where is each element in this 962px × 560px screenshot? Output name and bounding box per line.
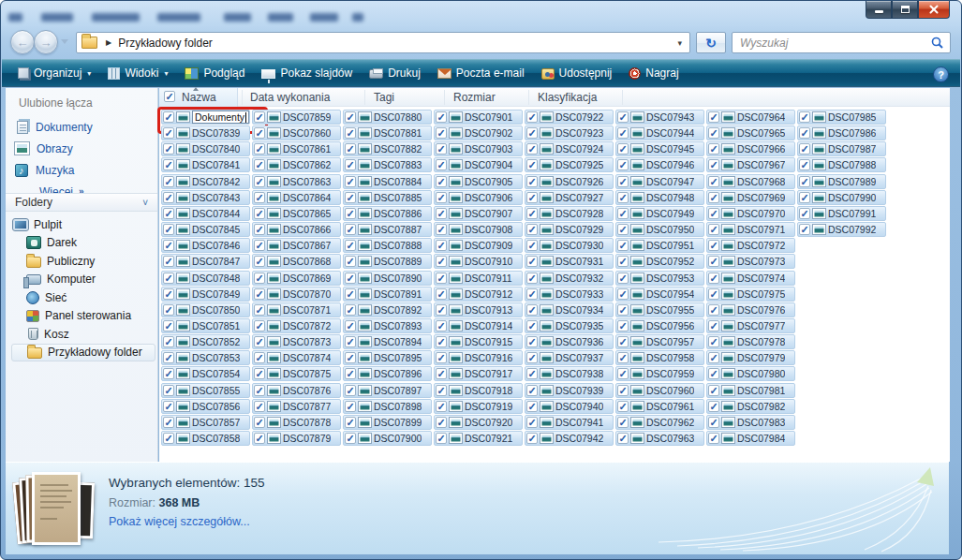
- column-header-tagi[interactable]: Tagi: [374, 91, 394, 104]
- item-checkbox[interactable]: ✓: [163, 288, 174, 300]
- item-checkbox[interactable]: ✓: [617, 273, 629, 284]
- item-checkbox[interactable]: ✓: [345, 320, 356, 332]
- item-checkbox[interactable]: ✓: [254, 352, 265, 363]
- burn-button[interactable]: Nagraj: [620, 63, 687, 83]
- file-tile[interactable]: ✓DSC07891: [343, 287, 432, 302]
- file-tile[interactable]: ✓DSC07955: [615, 302, 704, 317]
- file-tile[interactable]: ✓DSC07949: [615, 206, 704, 221]
- item-checkbox[interactable]: ✓: [345, 385, 356, 396]
- item-checkbox[interactable]: ✓: [526, 127, 538, 139]
- item-checkbox[interactable]: ✓: [254, 368, 265, 379]
- file-tile[interactable]: ✓DSC07855: [161, 383, 250, 398]
- minimize-button[interactable]: [866, 1, 892, 19]
- column-separator[interactable]: [242, 90, 243, 105]
- file-tile[interactable]: ✓DSC07963: [615, 431, 704, 446]
- tree-item-siec[interactable]: Sieć: [11, 288, 155, 307]
- item-checkbox[interactable]: ✓: [345, 208, 356, 219]
- file-tile[interactable]: ✓DSC07920: [434, 415, 523, 430]
- item-checkbox[interactable]: ✓: [526, 417, 538, 428]
- column-separator[interactable]: [444, 90, 445, 105]
- file-tile[interactable]: ✓DSC07988: [797, 157, 886, 172]
- file-tile[interactable]: ✓DSC07989: [797, 174, 886, 189]
- file-tile[interactable]: ✓DSC07857: [161, 415, 250, 430]
- item-checkbox[interactable]: ✓: [436, 417, 447, 428]
- item-checkbox[interactable]: ✓: [163, 320, 174, 332]
- item-checkbox[interactable]: ✓: [708, 111, 719, 123]
- sidebar-item-dokumenty[interactable]: Dokumenty: [15, 116, 154, 138]
- column-header-rozmiar[interactable]: Rozmiar: [453, 91, 496, 104]
- item-checkbox[interactable]: ✓: [436, 336, 447, 347]
- item-checkbox[interactable]: ✓: [708, 208, 719, 219]
- title-bar[interactable]: [1, 1, 961, 27]
- file-tile[interactable]: ✓DSC07866: [252, 222, 341, 237]
- file-tile[interactable]: ✓DSC07946: [615, 157, 704, 172]
- item-checkbox[interactable]: ✓: [526, 192, 538, 203]
- file-tile[interactable]: ✓DSC07902: [434, 125, 523, 140]
- file-tile[interactable]: ✓DSC07896: [343, 366, 432, 381]
- item-checkbox[interactable]: ✓: [526, 240, 538, 251]
- file-tile[interactable]: ✓DSC07957: [615, 334, 704, 349]
- item-checkbox[interactable]: ✓: [254, 336, 265, 347]
- item-checkbox[interactable]: ✓: [526, 304, 538, 316]
- item-checkbox[interactable]: ✓: [708, 192, 719, 203]
- item-checkbox[interactable]: ✓: [163, 433, 174, 444]
- file-tile[interactable]: ✓DSC07985: [797, 110, 886, 125]
- file-tile[interactable]: ✓DSC07840: [161, 141, 250, 156]
- file-tile[interactable]: ✓DSC07960: [615, 383, 704, 398]
- item-checkbox[interactable]: ✓: [708, 176, 719, 187]
- file-tile[interactable]: ✓DSC07906: [434, 190, 523, 205]
- file-tile[interactable]: ✓DSC07976: [706, 302, 795, 317]
- item-checkbox[interactable]: ✓: [526, 111, 538, 123]
- item-checkbox[interactable]: ✓: [436, 111, 447, 123]
- item-checkbox[interactable]: ✓: [345, 417, 356, 428]
- file-tile[interactable]: ✓DSC07930: [525, 238, 614, 253]
- item-checkbox[interactable]: ✓: [617, 304, 629, 316]
- file-tile[interactable]: ✓DSC07879: [252, 431, 341, 446]
- file-tile[interactable]: ✓DSC07878: [252, 415, 341, 430]
- item-checkbox[interactable]: ✓: [708, 433, 719, 444]
- item-checkbox[interactable]: ✓: [345, 304, 356, 316]
- item-checkbox[interactable]: ✓: [163, 417, 174, 428]
- file-tile[interactable]: ✓DSC07936: [525, 334, 614, 349]
- item-checkbox[interactable]: ✓: [345, 143, 356, 155]
- file-tile[interactable]: ✓DSC07929: [525, 222, 614, 237]
- item-checkbox[interactable]: ✓: [708, 143, 719, 155]
- item-checkbox[interactable]: ✓: [163, 401, 174, 412]
- preview-button[interactable]: Podgląd: [176, 63, 253, 83]
- item-checkbox[interactable]: ✓: [799, 208, 810, 219]
- file-tile[interactable]: ✓DSC07931: [525, 254, 614, 269]
- item-checkbox[interactable]: ✓: [617, 111, 629, 123]
- file-tile[interactable]: ✓DSC07943: [615, 110, 704, 125]
- breadcrumb[interactable]: ▶ Przykładowy folder ▾: [76, 32, 690, 53]
- item-checkbox[interactable]: ✓: [345, 368, 356, 379]
- column-separator[interactable]: [364, 90, 365, 105]
- item-checkbox[interactable]: ✓: [254, 256, 265, 267]
- item-checkbox[interactable]: ✓: [163, 224, 174, 235]
- file-tile[interactable]: ✓DSC07965: [706, 125, 795, 140]
- item-checkbox[interactable]: ✓: [345, 192, 356, 203]
- file-tile[interactable]: ✓DSC07864: [252, 190, 341, 205]
- file-tile[interactable]: ✓DSC07899: [343, 415, 432, 430]
- item-checkbox[interactable]: ✓: [617, 192, 629, 203]
- file-tile[interactable]: ✓DSC07905: [434, 174, 523, 189]
- item-checkbox[interactable]: ✓: [163, 385, 174, 396]
- file-tile[interactable]: ✓DSC07848: [161, 271, 250, 286]
- file-tile[interactable]: ✓DSC07915: [434, 334, 523, 349]
- item-checkbox[interactable]: ✓: [163, 208, 174, 219]
- item-checkbox[interactable]: ✓: [708, 273, 719, 284]
- close-button[interactable]: [918, 1, 950, 19]
- file-tile[interactable]: ✓DSC07843: [161, 190, 250, 205]
- item-checkbox[interactable]: ✓: [799, 224, 810, 235]
- tree-item-komputer[interactable]: Komputer: [11, 271, 155, 289]
- item-checkbox[interactable]: ✓: [254, 127, 265, 139]
- file-tile[interactable]: ✓DSC07888: [343, 238, 432, 253]
- file-tile[interactable]: ✓DSC07880: [343, 110, 432, 125]
- file-tile[interactable]: ✓DSC07972: [706, 238, 795, 253]
- item-checkbox[interactable]: ✓: [254, 433, 265, 444]
- file-tile[interactable]: ✓DSC07860: [252, 125, 341, 140]
- item-checkbox[interactable]: ✓: [708, 240, 719, 251]
- item-checkbox[interactable]: ✓: [708, 320, 719, 332]
- show-more-details-link[interactable]: Pokaż więcej szczegółów...: [109, 515, 250, 528]
- file-tile[interactable]: ✓DSC07895: [343, 350, 432, 365]
- file-tile[interactable]: ✓DSC07911: [434, 271, 523, 286]
